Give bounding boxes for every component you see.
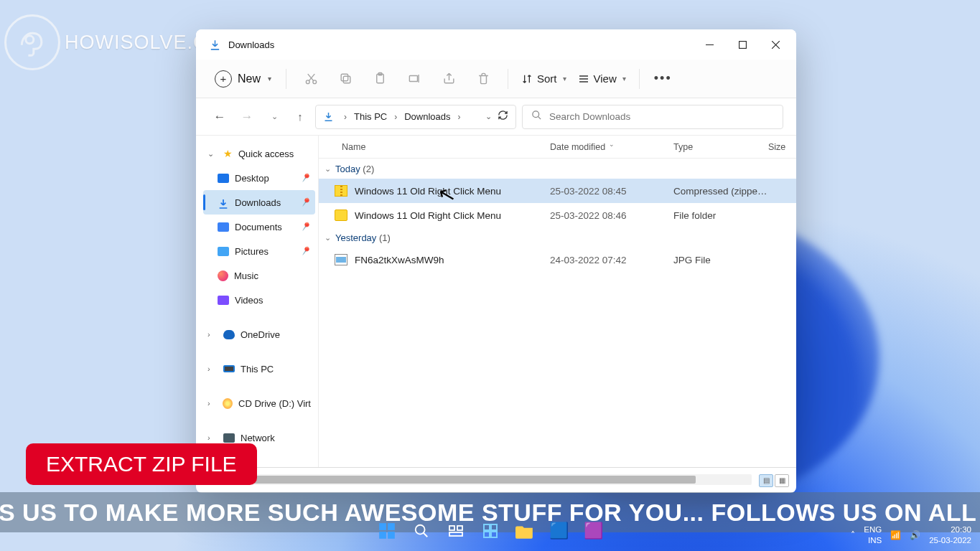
svg-rect-5 bbox=[341, 74, 348, 81]
file-row[interactable]: Windows 11 Old Right Click Menu 25-03-20… bbox=[319, 203, 796, 227]
zip-icon bbox=[335, 185, 347, 197]
chevron-right-icon: › bbox=[207, 364, 218, 373]
system-tray[interactable]: ˄ ENG INS 📶 🔊 20:30 25-03-2022 bbox=[851, 524, 971, 547]
forward-button[interactable]: → bbox=[236, 110, 258, 124]
column-headers: Name ⌄Date modified Type Size bbox=[319, 136, 796, 159]
watermark-head-icon bbox=[4, 14, 60, 70]
sidebar-item-documents[interactable]: Documents 📍 bbox=[203, 215, 315, 239]
sidebar-this-pc[interactable]: › This PC bbox=[203, 357, 315, 381]
sidebar-item-music[interactable]: Music bbox=[203, 263, 315, 288]
address-bar[interactable]: › This PC › Downloads › ⌄ bbox=[315, 105, 516, 129]
minimize-button[interactable] bbox=[693, 30, 726, 59]
search-input[interactable] bbox=[549, 111, 774, 122]
svg-rect-17 bbox=[449, 532, 462, 536]
tray-lang[interactable]: ENG INS bbox=[864, 524, 882, 547]
sidebar-onedrive[interactable]: › OneDrive bbox=[203, 322, 315, 347]
maximize-button[interactable] bbox=[726, 30, 759, 59]
chevron-down-icon: ⌄ bbox=[207, 149, 218, 159]
tray-chevron-icon[interactable]: ˄ bbox=[851, 529, 855, 541]
svg-rect-19 bbox=[491, 524, 497, 530]
sidebar-cd-drive[interactable]: › CD Drive (D:) VirtualB bbox=[203, 391, 315, 415]
svg-point-14 bbox=[415, 525, 424, 534]
documents-icon bbox=[218, 222, 229, 232]
breadcrumb-this-pc[interactable]: This PC bbox=[351, 111, 390, 122]
file-name: Windows 11 Old Right Click Menu bbox=[355, 210, 501, 221]
sort-button[interactable]: Sort ▾ bbox=[517, 70, 571, 88]
file-row[interactable]: Windows 11 Old Right Click Menu 25-03-20… bbox=[319, 179, 796, 203]
sidebar-item-label: OneDrive bbox=[241, 329, 280, 340]
desktop-icon bbox=[218, 174, 229, 183]
svg-rect-4 bbox=[343, 76, 350, 83]
svg-rect-11 bbox=[388, 523, 395, 530]
tray-clock[interactable]: 20:30 25-03-2022 bbox=[929, 524, 971, 547]
column-size[interactable]: Size bbox=[768, 142, 796, 152]
sidebar-item-label: Network bbox=[241, 433, 275, 443]
column-name[interactable]: Name bbox=[319, 142, 550, 152]
view-switch: ▤ ▦ bbox=[759, 474, 789, 487]
sidebar-item-videos[interactable]: Videos bbox=[203, 288, 315, 312]
paste-button[interactable] bbox=[364, 65, 396, 93]
pictures-icon bbox=[218, 247, 229, 256]
cut-button[interactable] bbox=[295, 65, 327, 93]
breadcrumb-downloads[interactable]: Downloads bbox=[401, 111, 453, 122]
column-date[interactable]: ⌄Date modified bbox=[550, 142, 673, 152]
app-taskbar-button[interactable]: 🟦 bbox=[546, 517, 573, 545]
copy-button[interactable] bbox=[330, 65, 361, 93]
chevron-right-icon: › bbox=[454, 112, 465, 122]
group-today[interactable]: ⌄ Today (2) bbox=[319, 159, 796, 179]
svg-rect-21 bbox=[491, 532, 497, 537]
sidebar-item-label: Documents bbox=[235, 222, 282, 232]
close-button[interactable] bbox=[759, 30, 792, 59]
svg-rect-1 bbox=[739, 41, 746, 48]
back-button[interactable]: ← bbox=[209, 110, 230, 124]
pin-icon: 📍 bbox=[298, 244, 312, 258]
view-details-button[interactable]: ▤ bbox=[759, 474, 773, 487]
toolbar-separator bbox=[286, 69, 286, 89]
view-button[interactable]: View ▾ bbox=[574, 70, 630, 88]
titlebar[interactable]: Downloads bbox=[196, 29, 796, 60]
pin-icon: 📍 bbox=[298, 171, 312, 185]
explorer-taskbar-button[interactable] bbox=[511, 517, 538, 545]
rename-button[interactable] bbox=[398, 65, 430, 93]
sort-label: Sort bbox=[537, 72, 557, 85]
new-button[interactable]: + New ▾ bbox=[209, 66, 277, 92]
view-icons-button[interactable]: ▦ bbox=[775, 474, 789, 487]
chevron-down-icon: ⌄ bbox=[325, 233, 331, 242]
column-type[interactable]: Type bbox=[673, 142, 768, 152]
svg-rect-13 bbox=[388, 532, 395, 539]
start-button[interactable] bbox=[373, 517, 401, 545]
file-explorer-window: Downloads + New ▾ Sort ▾ View ▾ ••• bbox=[196, 29, 796, 493]
sidebar-item-pictures[interactable]: Pictures 📍 bbox=[203, 239, 315, 263]
app-taskbar-button-2[interactable]: 🟪 bbox=[580, 517, 607, 545]
sidebar-item-label: Downloads bbox=[235, 197, 281, 208]
sidebar-quick-access[interactable]: ⌄ ★ Quick access bbox=[203, 141, 315, 166]
task-view-button[interactable] bbox=[442, 517, 470, 545]
refresh-button[interactable] bbox=[498, 110, 508, 123]
pin-icon: 📍 bbox=[298, 195, 312, 209]
chevron-down-icon: ▾ bbox=[268, 75, 271, 83]
taskbar[interactable]: 🟦 🟪 ˄ ENG INS 📶 🔊 20:30 25-03-2022 bbox=[0, 511, 980, 551]
tray-volume-icon[interactable]: 🔊 bbox=[910, 529, 920, 541]
up-button[interactable]: ↑ bbox=[291, 110, 309, 123]
chevron-down-icon[interactable]: ⌄ bbox=[485, 112, 492, 121]
delete-button[interactable] bbox=[467, 65, 499, 93]
file-pane: Name ⌄Date modified Type Size ⌄ Today (2… bbox=[318, 136, 796, 467]
tray-wifi-icon[interactable]: 📶 bbox=[890, 529, 901, 541]
more-button[interactable]: ••• bbox=[648, 71, 678, 86]
window-title: Downloads bbox=[228, 39, 274, 50]
sidebar-item-downloads[interactable]: Downloads 📍 bbox=[203, 190, 315, 215]
chevron-down-icon: ⌄ bbox=[325, 164, 331, 174]
widgets-button[interactable] bbox=[477, 517, 504, 545]
downloads-icon bbox=[323, 111, 334, 122]
recent-locations-button[interactable]: ⌄ bbox=[263, 112, 285, 121]
horizontal-scrollbar[interactable] bbox=[212, 474, 752, 485]
sidebar-item-desktop[interactable]: Desktop 📍 bbox=[203, 166, 315, 190]
search-box[interactable] bbox=[522, 105, 783, 129]
svg-rect-8 bbox=[409, 76, 417, 82]
file-row[interactable]: FN6a2tkXwAsMW9h 24-03-2022 07:42 JPG Fil… bbox=[319, 248, 796, 272]
group-yesterday[interactable]: ⌄ Yesterday (1) bbox=[319, 227, 796, 248]
nav-row: ← → ⌄ ↑ › This PC › Downloads › ⌄ bbox=[196, 98, 796, 136]
search-taskbar-button[interactable] bbox=[408, 517, 435, 545]
cd-icon bbox=[223, 398, 233, 409]
share-button[interactable] bbox=[433, 65, 465, 93]
